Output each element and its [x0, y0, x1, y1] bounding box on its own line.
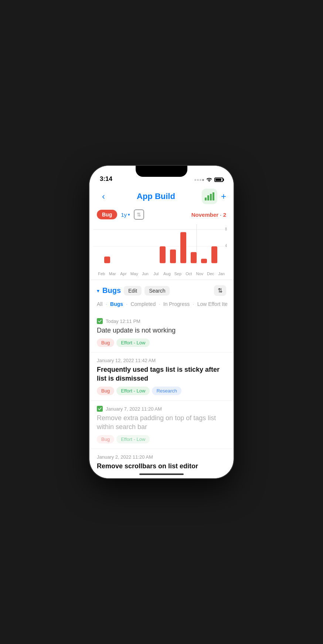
section-header: ▾ Bugs Edit Search ⇅ [89, 280, 234, 300]
tag-effort-low-2: Effort - Low [116, 387, 150, 395]
tab-completed[interactable]: Completed [130, 301, 156, 308]
time-filter-arrow: ▾ [128, 212, 130, 217]
issue-item-3[interactable]: January 7, 2022 11:20 AM Remove extra pa… [89, 401, 234, 449]
chart-area: 8 4 [89, 224, 234, 280]
chart-label-may: May [129, 272, 140, 276]
completed-icon-1 [97, 318, 103, 324]
chart-label-jun: Jun [140, 272, 151, 276]
signal-dot-2 [197, 179, 199, 181]
tab-bugs[interactable]: Bugs [110, 301, 123, 308]
issue-item-4[interactable]: January 2, 2022 11:20 AM Remove scrollba… [89, 449, 234, 470]
chart-label-apr: Apr [118, 272, 129, 276]
header-actions: + [202, 189, 226, 204]
signal-dot-1 [194, 179, 196, 181]
svg-rect-5 [104, 257, 110, 263]
issue-title-4: Remove scrollbars on list editor [97, 462, 226, 470]
tab-all[interactable]: All [97, 301, 103, 308]
time-filter[interactable]: 1y ▾ [121, 212, 130, 218]
chart-button[interactable] [202, 189, 217, 204]
issue-date-3: January 7, 2022 11:20 AM [106, 406, 162, 412]
status-time: 3:14 [100, 175, 112, 183]
chart-label-dec: Dec [205, 272, 216, 276]
chart-bar-3 [210, 194, 212, 200]
section-chevron: ▾ [97, 288, 99, 294]
add-button[interactable]: + [221, 191, 226, 202]
chart-x-labels: Feb Mar Apr May Jun Jul Aug Sep Oct Nov … [93, 270, 230, 276]
issue-title-1: Date update is not working [97, 326, 226, 335]
chart-bars-icon [205, 192, 214, 200]
issue-tags-1: Bug Effort - Low [97, 338, 226, 347]
time-filter-label: 1y [121, 212, 127, 218]
signal-dot-4 [202, 179, 204, 181]
issue-date-1: Today 12:11 PM [106, 318, 140, 324]
chart-label-sep: Sep [173, 272, 184, 276]
sort-button[interactable]: ⇅ [214, 285, 226, 296]
issue-date-2: January 12, 2022 11:42 AM [97, 358, 156, 363]
issue-meta-4: January 2, 2022 11:20 AM [97, 454, 226, 460]
issue-meta-2: January 12, 2022 11:42 AM [97, 358, 226, 363]
phone-screen: 3:14 [89, 166, 234, 478]
status-icons [194, 177, 223, 183]
back-button[interactable]: ‹ [97, 191, 110, 202]
tag-bug-1: Bug [97, 338, 114, 347]
chart-label-mar: Mar [107, 272, 118, 276]
battery-icon [214, 178, 223, 182]
home-bar [139, 473, 184, 475]
home-indicator [89, 470, 234, 478]
svg-rect-8 [180, 232, 186, 263]
chart-container: 8 4 [93, 224, 230, 276]
tag-bug-3: Bug [97, 435, 114, 444]
svg-rect-9 [191, 252, 197, 263]
issue-tags-3: Bug Effort - Low [97, 435, 226, 444]
issue-title-2: Frequently used tags list is sticky afte… [97, 365, 226, 383]
sync-button[interactable]: ⇅ [134, 209, 144, 220]
svg-text:8: 8 [225, 227, 227, 231]
issue-item-2[interactable]: January 12, 2022 11:42 AM Frequently use… [89, 353, 234, 401]
svg-rect-6 [160, 246, 166, 263]
chart-label-oct: Oct [183, 272, 194, 276]
battery-fill [215, 179, 221, 181]
signal-dot-3 [200, 179, 201, 181]
page-title: App Build [137, 192, 175, 201]
chart-label-nov: Nov [194, 272, 205, 276]
tag-effort-low-3: Effort - Low [116, 435, 150, 444]
notch [136, 166, 187, 177]
date-badge: November · 2 [191, 212, 226, 218]
svg-text:4: 4 [225, 244, 227, 248]
issue-title-3: Remove extra padding on top of tags list… [97, 414, 226, 431]
svg-rect-10 [201, 259, 207, 263]
wifi-icon [206, 177, 212, 183]
app-header: ‹ App Build + [89, 185, 234, 209]
date-badge-count: 2 [223, 212, 226, 218]
section-title: Bugs [102, 286, 121, 295]
tab-low-effort[interactable]: Low Effort Ite [197, 301, 228, 308]
filter-bar: Bug 1y ▾ ⇅ November · 2 [89, 209, 234, 224]
issue-tags-2: Bug Effort - Low Research [97, 387, 226, 395]
issue-date-4: January 2, 2022 11:20 AM [97, 454, 153, 460]
phone-frame: 3:14 [89, 166, 234, 478]
chart-label-jan: Jan [216, 272, 227, 276]
status-bar: 3:14 [89, 166, 234, 185]
chart-svg: 8 4 [93, 224, 230, 269]
chart-label-jul: Jul [151, 272, 162, 276]
svg-rect-11 [211, 246, 217, 263]
chart-bar-4 [212, 192, 214, 200]
scroll-content[interactable]: ‹ App Build + Bug [89, 185, 234, 470]
chart-label-feb: Feb [96, 272, 107, 276]
issue-meta-1: Today 12:11 PM [97, 318, 226, 324]
chart-label-aug: Aug [162, 272, 173, 276]
chart-bar-1 [205, 198, 207, 200]
filter-tabs: All · Bugs · Completed · In Progress · L… [89, 300, 234, 313]
date-badge-month: November [191, 212, 218, 218]
tag-effort-low-1: Effort - Low [116, 338, 150, 347]
search-button[interactable]: Search [144, 286, 170, 296]
tag-research-2: Research [152, 387, 181, 395]
edit-button[interactable]: Edit [124, 286, 142, 296]
svg-rect-7 [170, 249, 176, 263]
bug-filter-pill[interactable]: Bug [97, 210, 117, 219]
signal-dots [194, 179, 204, 181]
chart-bar-2 [207, 195, 209, 200]
issue-meta-3: January 7, 2022 11:20 AM [97, 406, 226, 412]
tab-in-progress[interactable]: In Progress [163, 301, 190, 308]
issue-item-1[interactable]: Today 12:11 PM Date update is not workin… [89, 313, 234, 353]
